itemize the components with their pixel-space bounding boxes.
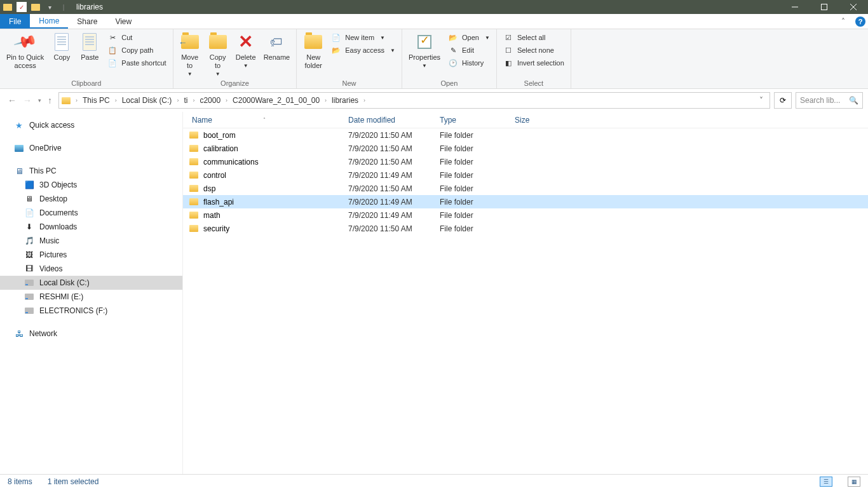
breadcrumb-segment[interactable]: ti <box>181 96 190 105</box>
chevron-right-icon[interactable]: › <box>175 97 180 104</box>
paste-icon <box>83 33 97 51</box>
new-folder-button[interactable]: New folder <box>299 30 327 71</box>
properties-button[interactable]: Properties▼ <box>405 30 444 71</box>
rename-button[interactable]: 🏷 Rename <box>260 30 294 63</box>
file-row[interactable]: security7/9/2020 11:50 AMFile folder <box>183 222 868 235</box>
delete-button[interactable]: ✕ Delete▼ <box>232 30 260 71</box>
recent-locations-button[interactable]: ▾ <box>38 97 41 104</box>
folder-icon <box>188 185 200 192</box>
view-large-icons-button[interactable]: ▦ <box>848 477 860 487</box>
breadcrumb-segment[interactable]: Local Disk (C:) <box>119 96 175 105</box>
folder-icon <box>188 212 200 219</box>
chevron-right-icon[interactable]: › <box>362 97 367 104</box>
chevron-right-icon[interactable]: › <box>323 97 328 104</box>
collapse-ribbon-button[interactable]: ˄ <box>834 14 853 29</box>
minimize-button[interactable] <box>780 0 810 14</box>
file-date: 7/9/2020 11:50 AM <box>348 144 440 153</box>
copy-path-button[interactable]: 📋Copy path <box>106 44 167 56</box>
new-item-button[interactable]: 📄New item▼ <box>330 32 397 43</box>
select-all-button[interactable]: ☑Select all <box>502 32 566 43</box>
nav-this-pc[interactable]: 🖥This PC <box>0 164 182 178</box>
nav-item-desktop[interactable]: 🖥Desktop <box>0 192 182 206</box>
search-input[interactable]: Search lib... 🔍 <box>796 92 863 109</box>
qat-dropdown-icon[interactable]: ▾ <box>44 2 55 12</box>
delete-icon: ✕ <box>238 31 253 53</box>
folder-qat-icon[interactable] <box>31 2 41 12</box>
chevron-right-icon[interactable]: › <box>74 97 79 104</box>
open-button[interactable]: 📂Open▼ <box>447 32 491 43</box>
easy-access-button[interactable]: 📂Easy access▼ <box>330 44 397 56</box>
breadcrumb-segment[interactable]: c2000 <box>197 96 223 105</box>
folder-icon <box>188 145 200 152</box>
paste-shortcut-button[interactable]: 📄Paste shortcut <box>106 57 167 69</box>
nav-item-3d-objects[interactable]: 🟦3D Objects <box>0 178 182 192</box>
chevron-right-icon[interactable]: › <box>191 97 196 104</box>
properties-icon <box>417 35 431 49</box>
nav-item-documents[interactable]: 📄Documents <box>0 206 182 220</box>
nav-item-label: Videos <box>39 264 62 273</box>
file-row[interactable]: dsp7/9/2020 11:50 AMFile folder <box>183 182 868 195</box>
nav-item-videos[interactable]: 🎞Videos <box>0 262 182 276</box>
nav-onedrive[interactable]: OneDrive <box>0 141 182 155</box>
select-none-button[interactable]: ☐Select none <box>502 44 566 56</box>
tab-view[interactable]: View <box>106 14 140 29</box>
file-row[interactable]: math7/9/2020 11:49 AMFile folder <box>183 208 868 222</box>
cut-button[interactable]: ✂Cut <box>106 32 167 43</box>
breadcrumb-segment[interactable]: This PC <box>80 96 112 105</box>
edit-button[interactable]: ✎Edit <box>447 44 491 56</box>
forward-button[interactable]: → <box>23 95 32 105</box>
up-button[interactable]: ↑ <box>48 95 52 105</box>
paste-button[interactable]: Paste <box>76 30 104 63</box>
monitor-icon: 🖥 <box>14 166 24 176</box>
column-header-name[interactable]: Name˄ <box>183 116 348 125</box>
invert-selection-button[interactable]: ◧Invert selection <box>502 57 566 69</box>
search-placeholder: Search lib... <box>800 96 840 105</box>
nav-item-local-disk-c-[interactable]: Local Disk (C:) <box>0 276 182 290</box>
nav-quick-access[interactable]: ★Quick access <box>0 118 182 132</box>
file-row[interactable]: communications7/9/2020 11:50 AMFile fold… <box>183 155 868 168</box>
back-button[interactable]: ← <box>8 95 17 105</box>
window-title: libraries <box>76 3 103 11</box>
tab-home[interactable]: Home <box>30 14 68 29</box>
nav-item-pictures[interactable]: 🖼Pictures <box>0 248 182 262</box>
chevron-right-icon[interactable]: › <box>114 97 118 104</box>
file-type: File folder <box>440 171 515 180</box>
nav-network[interactable]: 🖧Network <box>0 327 182 341</box>
file-row[interactable]: control7/9/2020 11:49 AMFile folder <box>183 168 868 182</box>
breadcrumb-segment[interactable]: C2000Ware_2_01_00_00 <box>230 96 322 105</box>
maximize-button[interactable] <box>810 0 839 14</box>
column-header-size[interactable]: Size <box>515 116 566 125</box>
file-row[interactable]: calibration7/9/2020 11:50 AMFile folder <box>183 142 868 155</box>
move-to-button[interactable]: ← Move to▼ <box>176 30 204 79</box>
address-bar[interactable]: › This PC › Local Disk (C:) › ti › c2000… <box>58 92 770 109</box>
nav-item-reshmi-e-[interactable]: RESHMI (E:) <box>0 290 182 304</box>
refresh-button[interactable]: ⟳ <box>774 92 792 109</box>
open-icon: 📂 <box>448 32 458 43</box>
nav-item-music[interactable]: 🎵Music <box>0 234 182 248</box>
address-dropdown-button[interactable]: ˅ <box>756 96 767 105</box>
column-header-date[interactable]: Date modified <box>348 116 440 125</box>
tab-share[interactable]: Share <box>68 14 106 29</box>
breadcrumb-segment[interactable]: libraries <box>329 96 361 105</box>
copy-button[interactable]: Copy <box>48 30 76 63</box>
nav-item-label: Music <box>39 236 59 245</box>
properties-qat-icon[interactable]: ✓ <box>17 2 27 12</box>
file-row[interactable]: flash_api7/9/2020 11:49 AMFile folder <box>183 195 868 208</box>
status-selection-count: 1 item selected <box>48 477 99 486</box>
close-button[interactable] <box>839 0 868 14</box>
separator-icon: | <box>58 2 69 12</box>
drive-icon <box>24 278 34 288</box>
nav-item-electronics-f-[interactable]: ELECTRONICS (F:) <box>0 304 182 318</box>
file-date: 7/9/2020 11:50 AM <box>348 158 440 166</box>
copy-to-button[interactable]: Copy to▼ <box>204 30 232 79</box>
view-details-button[interactable]: ☰ <box>820 477 832 487</box>
column-header-type[interactable]: Type <box>440 116 515 125</box>
ribbon-group-new: New folder 📄New item▼ 📂Easy access▼ New <box>297 29 402 88</box>
tab-file[interactable]: File <box>0 14 30 29</box>
pin-quick-access-button[interactable]: 📌 Pin to Quick access <box>3 30 48 71</box>
chevron-right-icon[interactable]: › <box>224 97 229 104</box>
file-row[interactable]: boot_rom7/9/2020 11:50 AMFile folder <box>183 128 868 142</box>
help-button[interactable]: ? <box>853 14 868 29</box>
history-button[interactable]: 🕑History <box>447 57 491 69</box>
nav-item-downloads[interactable]: ⬇Downloads <box>0 220 182 234</box>
